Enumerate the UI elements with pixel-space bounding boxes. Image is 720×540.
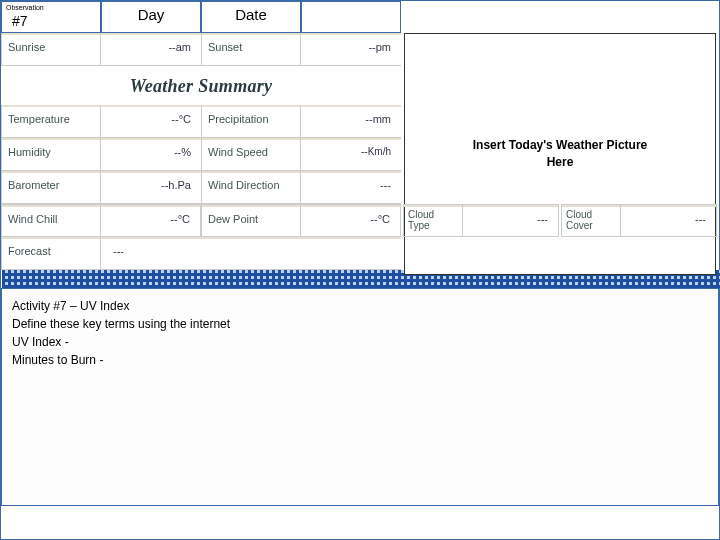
windchill-label: Wind Chill [1,204,101,237]
dewpoint-value[interactable]: --°C [301,204,401,237]
date-value-blank[interactable] [301,1,401,33]
humidity-value[interactable]: --% [101,138,201,171]
picture-placeholder-text: Insert Today's Weather Picture Here [465,137,655,171]
windchill-value[interactable]: --°C [101,204,201,237]
windspeed-label: Wind Speed [201,138,301,171]
weather-grid: Insert Today's Weather Picture Here Sunr… [1,33,719,270]
sunset-value[interactable]: --pm [301,33,401,66]
activity-box[interactable]: Activity #7 – UV Index Define these key … [1,288,719,506]
weather-picture-placeholder[interactable]: Insert Today's Weather Picture Here [404,33,716,275]
windspeed-value[interactable]: --Km/h [301,138,401,171]
header-row: Observation #7 Day Date [1,1,719,33]
sunrise-value[interactable]: --am [101,33,201,66]
forecast-value[interactable]: --- [101,237,401,270]
activity-line-2: Define these key terms using the interne… [12,315,708,333]
forecast-label: Forecast [1,237,101,270]
winddir-label: Wind Direction [201,171,301,204]
winddir-value[interactable]: --- [301,171,401,204]
weather-summary-heading: Weather Summary [1,66,401,105]
day-label: Day [101,1,201,33]
activity-line-4: Minutes to Burn - [12,351,708,369]
cloudcover-label: Cloud Cover [561,204,621,237]
barometer-label: Barometer [1,171,101,204]
date-label: Date [201,1,301,33]
temperature-label: Temperature [1,105,101,138]
humidity-label: Humidity [1,138,101,171]
cloudcover-value[interactable]: --- [621,204,717,237]
cloudtype-label: Cloud Type [403,204,463,237]
sunrise-label: Sunrise [1,33,101,66]
temperature-value[interactable]: --°C [101,105,201,138]
observation-label: Observation [6,4,96,12]
worksheet: Observation #7 Day Date Insert Today's W… [0,0,720,540]
precipitation-value[interactable]: --mm [301,105,401,138]
sunset-label: Sunset [201,33,301,66]
precipitation-label: Precipitation [201,105,301,138]
dewpoint-label: Dew Point [201,204,301,237]
barometer-value[interactable]: --h.Pa [101,171,201,204]
activity-line-1: Activity #7 – UV Index [12,297,708,315]
observation-number: #7 [12,14,28,29]
observation-cell: Observation #7 [1,1,101,33]
cloudtype-value[interactable]: --- [463,204,559,237]
activity-line-3: UV Index - [12,333,708,351]
